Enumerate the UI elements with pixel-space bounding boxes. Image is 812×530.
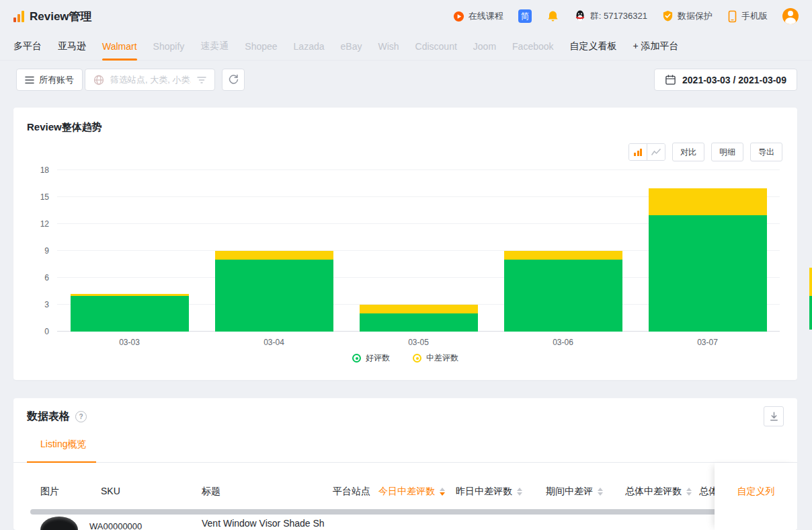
column-header-总体中差评数[interactable]: 总体中差评数 [625,486,692,498]
platform-tab-Walmart[interactable]: Walmart [102,32,137,60]
legend-item-中差评数[interactable]: 中差评数 [413,352,458,364]
tab-listing-overview[interactable]: Listing概览 [40,439,86,451]
platform-tab-Cdiscount[interactable]: Cdiscount [415,32,457,60]
y-axis-label: 6 [44,273,49,282]
chart-toolbar: 对比 明细 导出 [628,143,782,161]
platform-tab-亚马逊[interactable]: 亚马逊 [58,32,86,60]
platform-tab-速卖通[interactable]: 速卖通 [200,32,229,60]
column-label: 今日中差评数 [378,486,435,498]
platform-tab-Shopee[interactable]: Shopee [245,32,277,60]
language-badge[interactable]: 简 [518,9,532,23]
bell-icon[interactable] [546,10,559,23]
bar-seg-中差评数 [360,305,478,313]
x-axis-label: 03-04 [202,338,346,347]
legend-label: 好评数 [366,352,390,364]
bar-group-03-06: 03-06 [491,170,635,332]
data-protection-link[interactable]: 数据保护 [662,10,713,22]
row-title[interactable]: Vent Window Visor Shade Sh [202,518,325,529]
sort-caret[interactable] [440,488,445,496]
detail-button[interactable]: 明细 [711,143,743,161]
bar-seg-好评数 [215,260,333,332]
bar-group-03-05: 03-05 [346,170,491,332]
qq-group[interactable]: 群: 571736321 [574,9,647,23]
data-table-card: 数据表格 ? Listing概览 图片SKU标题平台站点今日中差评数昨日中差评数… [13,398,797,530]
review-trend-card: Review整体趋势 对比 明细 导出 036912151803-0303-04… [13,108,797,380]
top-nav: 在线课程 简 群: 571736321 [453,8,799,24]
site-filter-input[interactable] [109,74,192,85]
app-title: Review管理 [30,9,92,24]
fixed-right-column: 自定义列 [715,463,797,530]
platform-tab-+ 添加平台[interactable]: + 添加平台 [633,32,679,60]
app-logo: Review管理 [13,9,92,24]
refresh-button[interactable] [222,69,245,91]
filter-lines-icon [197,76,206,84]
x-axis-label: 03-06 [491,338,635,347]
y-axis-label: 0 [44,327,49,336]
column-header-今日中差评数[interactable]: 今日中差评数 [378,486,445,498]
table-title: 数据表格 [27,410,70,424]
line-chart-toggle[interactable] [647,144,665,160]
y-axis-label: 3 [44,300,49,309]
download-button[interactable] [764,406,784,426]
bar-seg-好评数 [71,296,189,332]
platform-tabs: 多平台亚马逊WalmartShopify速卖通ShopeeLazadaeBayW… [0,32,812,61]
export-button[interactable]: 导出 [750,143,782,161]
column-header-SKU: SKU [101,486,120,496]
column-header-昨日中差评数[interactable]: 昨日中差评数 [456,486,522,498]
all-accounts-button[interactable]: 所有账号 [16,69,83,91]
horizontal-scrollbar[interactable] [30,509,743,515]
bar-seg-好评数 [504,260,622,332]
legend-item-好评数[interactable]: 好评数 [352,352,390,364]
chart-plot: 036912151803-0303-0403-0503-0603-07 [57,170,780,332]
platform-tab-Lazada[interactable]: Lazada [294,32,325,60]
sort-caret[interactable] [517,488,522,496]
hamburger-icon [25,76,34,84]
column-label: SKU [101,486,120,496]
qq-group-label: 群: 571736321 [590,10,647,22]
sort-caret[interactable] [598,488,603,496]
online-course-link[interactable]: 在线课程 [453,10,503,22]
page: Review管理 在线课程 简 [0,0,812,530]
bar-chart-toggle[interactable] [629,144,647,160]
shield-check-icon [662,10,674,22]
platform-tab-多平台[interactable]: 多平台 [13,32,42,60]
help-icon[interactable]: ? [75,411,87,422]
bar-seg-中差评数 [71,294,189,296]
table-title-row: 数据表格 ? [27,410,87,424]
platform-tab-Facebook[interactable]: Facebook [512,32,553,60]
compare-button[interactable]: 对比 [672,143,704,161]
legend-marker-icon [413,354,421,363]
bar-seg-好评数 [649,215,767,332]
bar-group-03-04: 03-04 [202,170,346,332]
y-axis-label: 9 [44,246,49,256]
platform-tab-Joom[interactable]: Joom [473,32,496,60]
custom-column-button[interactable]: 自定义列 [715,486,797,498]
column-label: 期间中差评 [546,486,593,498]
user-avatar[interactable] [782,8,799,24]
sort-caret[interactable] [686,488,692,496]
bar-chart-icon [634,149,642,156]
all-accounts-label: 所有账号 [39,74,74,86]
play-circle-icon [453,11,464,22]
column-label: 平台站点 [333,486,370,498]
platform-tab-自定义看板[interactable]: 自定义看板 [570,32,617,60]
column-label: 图片 [40,486,59,498]
column-label: 标题 [202,486,220,498]
product-image[interactable] [40,517,78,530]
column-label: 总体中差评数 [625,486,682,498]
mobile-version-link[interactable]: 手机版 [727,10,768,23]
y-axis-label: 12 [40,219,49,229]
refresh-icon [228,74,239,85]
bar-seg-好评数 [360,313,478,332]
platform-tab-eBay[interactable]: eBay [341,32,362,60]
top-bar: Review管理 在线课程 简 [0,0,812,32]
date-range-picker[interactable]: 2021-03-03 / 2021-03-09 [654,69,797,91]
platform-tab-Shopify[interactable]: Shopify [153,32,185,60]
column-header-期间中差评[interactable]: 期间中差评 [546,486,603,498]
y-axis-label: 15 [40,192,49,202]
phone-icon [727,10,737,23]
row-sku: WA00000000 [89,521,142,530]
data-protection-label: 数据保护 [678,10,713,22]
bar-chart-logo-icon [13,11,24,22]
platform-tab-Wish[interactable]: Wish [378,32,399,60]
